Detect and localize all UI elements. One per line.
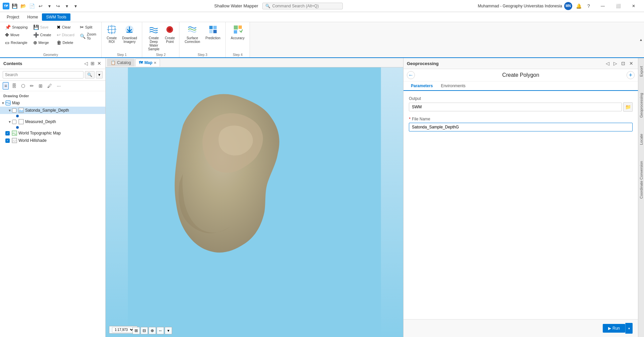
- layer-group-map-header[interactable]: ▼ Map: [0, 99, 105, 107]
- run-btn[interactable]: ▶ Run: [603, 324, 625, 333]
- menu-home[interactable]: Home: [23, 13, 42, 21]
- tools-dropdown-btn[interactable]: ▾: [165, 327, 172, 334]
- redo-btn[interactable]: ↪: [54, 2, 62, 10]
- save-quick-btn[interactable]: 💾: [11, 2, 18, 10]
- merge-btn[interactable]: ⊕ Merge: [31, 39, 54, 46]
- fit-page-btn[interactable]: ⊞: [132, 327, 140, 334]
- clear-btn[interactable]: ✖ Clear: [54, 23, 77, 31]
- measured-expand-arrow[interactable]: ▼: [8, 120, 11, 124]
- help-btn[interactable]: ?: [585, 2, 592, 10]
- undo-dropdown-btn[interactable]: ▾: [46, 2, 53, 10]
- move-label: Move: [10, 33, 19, 37]
- geo-tab-environments[interactable]: Environments: [437, 81, 469, 91]
- measured-checkbox[interactable]: [12, 120, 16, 124]
- right-label-geoprocessing[interactable]: Geoprocessing: [639, 92, 644, 119]
- geo-tab-parameters[interactable]: Parameters: [407, 81, 437, 91]
- layer-item-world-hillshade[interactable]: ✓ World Hillshade: [0, 137, 105, 144]
- geo-close-btn[interactable]: ✕: [628, 60, 635, 67]
- map-expand-arrow[interactable]: ▼: [1, 101, 5, 105]
- layer-item-world-topo[interactable]: ✓ World Topographic Map: [0, 129, 105, 137]
- svg-rect-8: [213, 26, 217, 29]
- navigate-btn[interactable]: ↔: [157, 327, 164, 334]
- prediction-label: Prediction: [206, 36, 220, 40]
- contents-search-dropdown[interactable]: ▾: [96, 71, 103, 78]
- filter-polygon-icon[interactable]: ⬡: [19, 82, 27, 90]
- surface-correction-btn[interactable]: SurfaceCorrection: [182, 23, 202, 45]
- open-btn[interactable]: 📂: [19, 2, 27, 10]
- filter-more-icon[interactable]: ···: [55, 82, 62, 90]
- filter-edit-icon[interactable]: ✏: [28, 82, 36, 90]
- snapping-btn[interactable]: 📌 Snapping: [3, 23, 30, 31]
- close-btn[interactable]: ✕: [626, 0, 641, 12]
- discard-btn[interactable]: ↩ Discard: [54, 31, 77, 39]
- contents-dock-btn[interactable]: ⊞: [90, 60, 95, 67]
- svg-point-6: [168, 28, 171, 31]
- drawing-order-label: Drawing Order: [0, 93, 105, 99]
- filter-grid-icon[interactable]: ⊞: [37, 82, 44, 90]
- move-btn[interactable]: ✥ Move: [3, 31, 30, 39]
- right-label-locate[interactable]: Locate: [639, 132, 644, 146]
- contents-search-btn[interactable]: 🔍: [85, 71, 95, 78]
- contents-close-btn[interactable]: ✕: [97, 60, 102, 67]
- run-dropdown-btn[interactable]: ▾: [625, 323, 633, 334]
- geo-tabs: Parameters Environments: [404, 81, 638, 91]
- delete-btn[interactable]: 🗑 Delete: [54, 39, 77, 46]
- layer-item-measured[interactable]: ▼ Measured_Depth: [0, 118, 105, 125]
- scale-select[interactable]: 1:17,973: [112, 327, 135, 333]
- download-imagery-btn[interactable]: DownloadImagery: [120, 23, 139, 45]
- geo-back-btn[interactable]: ←: [407, 71, 415, 79]
- new-btn[interactable]: 📄: [28, 2, 36, 10]
- split-btn[interactable]: ✂ Split: [77, 23, 99, 31]
- undo-btn[interactable]: ↩: [37, 2, 44, 10]
- geo-add-btn[interactable]: +: [627, 71, 635, 79]
- output-folder-btn[interactable]: 📁: [623, 102, 633, 112]
- satonda-expand-arrow[interactable]: ▼: [8, 109, 11, 112]
- geo-undock-btn[interactable]: ⊡: [620, 60, 627, 67]
- table-btn[interactable]: ⊟: [141, 327, 148, 334]
- right-label-coord-conversion[interactable]: Coordinate Conversion: [639, 160, 644, 200]
- filter-db-icon[interactable]: 🗄: [10, 82, 18, 90]
- create-point-btn[interactable]: CreatePoint: [163, 23, 176, 45]
- maximize-btn[interactable]: ⬜: [610, 0, 626, 12]
- select-btn[interactable]: ⊕: [149, 327, 156, 334]
- prediction-btn[interactable]: Prediction: [203, 23, 223, 41]
- filter-highlight-icon[interactable]: 🖊: [46, 82, 54, 90]
- right-labels: Export Geoprocessing Locate Coordinate C…: [638, 58, 644, 337]
- ribbon-col-2: 💾 Save ➕ Create ⊕ Merge: [31, 23, 54, 46]
- create-deep-water-btn[interactable]: Create DeepWater Sample: [145, 23, 162, 52]
- notifications-btn[interactable]: 🔔: [575, 2, 582, 10]
- accuracy-btn[interactable]: Accuracy: [228, 23, 247, 41]
- map-viewport[interactable]: 1:17,973 ⊞ ⊟ ⊕ ↔ ▾: [106, 67, 403, 337]
- tab-catalog[interactable]: 📋 Catalog: [107, 59, 135, 66]
- layer-item-satonda[interactable]: ▼ Satonda_Sample_Depth: [0, 107, 105, 114]
- world-topo-checkbox[interactable]: ✓: [5, 131, 10, 135]
- right-label-export[interactable]: Export: [639, 65, 644, 78]
- minimize-btn[interactable]: —: [595, 0, 610, 12]
- menu-swm-tools[interactable]: SWM Tools: [42, 13, 70, 21]
- contents-search-input[interactable]: [3, 71, 84, 78]
- create-roi-btn[interactable]: CreateROI: [104, 23, 119, 45]
- geo-back-nav-btn[interactable]: ◁: [604, 60, 611, 67]
- ribbon-group-step1-items: CreateROI DownloadImagery: [104, 23, 140, 52]
- filter-list-icon[interactable]: ≡: [3, 82, 9, 90]
- contents-pin-btn[interactable]: ◁: [84, 60, 89, 67]
- satonda-checkbox[interactable]: [12, 108, 16, 113]
- tab-map[interactable]: 🗺 Map ✕: [135, 59, 160, 66]
- world-hillshade-checkbox[interactable]: ✓: [5, 138, 10, 143]
- map-tab-close[interactable]: ✕: [154, 61, 156, 65]
- customize-btn[interactable]: ▾: [72, 2, 79, 10]
- rectangle-btn[interactable]: ▭ Rectangle: [3, 39, 30, 46]
- filename-input[interactable]: [409, 123, 633, 131]
- command-search-box[interactable]: 🔍: [262, 3, 343, 9]
- output-input[interactable]: [409, 103, 622, 111]
- command-search-input[interactable]: [272, 4, 333, 8]
- create-btn[interactable]: ➕ Create: [31, 31, 54, 39]
- menu-project[interactable]: Project: [3, 13, 23, 21]
- contents-panel: Contents ◁ ⊞ ✕ 🔍 ▾ ≡ 🗄 ⬡ ✏ ⊞ 🖊 ··· Drawi…: [0, 58, 106, 337]
- zoom-to-btn[interactable]: 🔍 Zoom To: [77, 31, 99, 41]
- contents-search-row: 🔍 ▾: [0, 69, 105, 81]
- geo-forward-nav-btn[interactable]: ▷: [612, 60, 619, 67]
- save-btn[interactable]: 💾 Save: [31, 23, 54, 31]
- redo-dropdown-btn[interactable]: ▾: [63, 2, 70, 10]
- ribbon-collapse-btn[interactable]: ▲: [639, 22, 643, 57]
